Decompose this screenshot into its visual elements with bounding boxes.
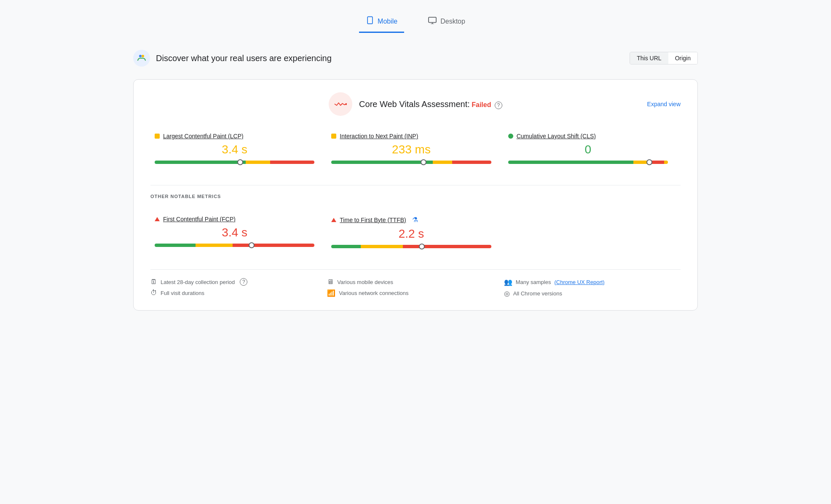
url-origin-toggle: This URL Origin bbox=[630, 52, 698, 64]
tab-mobile[interactable]: Mobile bbox=[359, 13, 404, 33]
fcp-value: 3.4 s bbox=[155, 226, 314, 239]
cls-bar bbox=[508, 161, 668, 164]
footer-collection-period: 🗓 Latest 28-day collection period ? bbox=[150, 278, 327, 286]
metric-fcp: First Contentful Paint (FCP) 3.4 s bbox=[150, 207, 327, 257]
ttfb-bar bbox=[331, 245, 491, 248]
mobile-icon bbox=[366, 16, 374, 27]
lcp-progress-bar bbox=[155, 161, 314, 164]
metric-lcp: Largest Contentful Paint (LCP) 3.4 s bbox=[150, 124, 327, 172]
timer-icon: ⏱ bbox=[150, 289, 157, 297]
desktop-icon bbox=[428, 16, 437, 26]
ttfb-bar-orange bbox=[361, 245, 403, 248]
fcp-name[interactable]: First Contentful Paint (FCP) bbox=[163, 216, 236, 223]
fcp-bar bbox=[155, 244, 314, 247]
tab-mobile-label: Mobile bbox=[378, 18, 397, 25]
footer-collection-text: Latest 28-day collection period bbox=[161, 279, 235, 285]
metric-inp: Interaction to Next Paint (INP) 233 ms bbox=[327, 124, 504, 172]
origin-button[interactable]: Origin bbox=[668, 52, 697, 64]
footer-full-visit-text: Full visit durations bbox=[161, 290, 204, 296]
lcp-value: 3.4 s bbox=[155, 143, 314, 156]
ttfb-indicator bbox=[421, 244, 422, 249]
section-divider bbox=[150, 185, 681, 185]
this-url-button[interactable]: This URL bbox=[630, 52, 668, 64]
metric-inp-label: Interaction to Next Paint (INP) bbox=[331, 133, 491, 139]
assessment-status: Failed bbox=[472, 101, 491, 108]
inp-bar-green bbox=[331, 161, 433, 164]
collection-help-icon[interactable]: ? bbox=[240, 278, 247, 286]
fcp-triangle-icon bbox=[155, 217, 160, 221]
tab-desktop-label: Desktop bbox=[440, 18, 465, 25]
samples-icon: 👥 bbox=[504, 278, 512, 286]
footer-chrome-text: All Chrome versions bbox=[513, 290, 562, 297]
cls-name[interactable]: Cumulative Layout Shift (CLS) bbox=[517, 133, 596, 139]
ttfb-bar-green bbox=[331, 245, 361, 248]
lcp-bar-green bbox=[155, 161, 246, 164]
fcp-indicator bbox=[251, 242, 252, 248]
footer-mobile-text: Various mobile devices bbox=[337, 279, 393, 285]
footer-mobile-devices: 🖥 Various mobile devices bbox=[327, 278, 504, 286]
cls-progress-bar bbox=[508, 161, 668, 164]
inp-value: 233 ms bbox=[331, 143, 491, 156]
footer-samples-text: Many samples bbox=[516, 279, 551, 285]
calendar-icon: 🗓 bbox=[150, 278, 157, 286]
lcp-bar bbox=[155, 161, 314, 164]
chrome-icon: ◎ bbox=[504, 290, 510, 298]
lcp-indicator bbox=[239, 159, 240, 165]
footer-chrome-versions: ◎ All Chrome versions bbox=[504, 290, 681, 298]
ttfb-bar-red bbox=[403, 245, 491, 248]
network-icon: 📶 bbox=[327, 289, 335, 297]
metric-ttfb: Time to First Byte (TTFB) ⚗ 2.2 s bbox=[327, 207, 504, 257]
svg-rect-0 bbox=[367, 17, 373, 24]
main-card: Core Web Vitals Assessment: Failed ? Exp… bbox=[133, 79, 698, 311]
lcp-status-dot bbox=[155, 134, 160, 139]
lcp-bar-red bbox=[270, 161, 315, 164]
ttfb-progress-bar bbox=[331, 245, 491, 248]
footer-samples: 👥 Many samples (Chrome UX Report) bbox=[504, 278, 681, 286]
cls-bar-tail bbox=[664, 161, 668, 164]
assessment-title-container: Core Web Vitals Assessment: Failed ? bbox=[359, 99, 502, 109]
inp-status-dot bbox=[331, 134, 336, 139]
header-section: Discover what your real users are experi… bbox=[133, 46, 698, 71]
lcp-bar-orange bbox=[246, 161, 270, 164]
ttfb-flask-icon: ⚗ bbox=[412, 216, 418, 224]
footer-col1: 🗓 Latest 28-day collection period ? ⏱ Fu… bbox=[150, 278, 327, 298]
footer-col3: 👥 Many samples (Chrome UX Report) ◎ All … bbox=[504, 278, 681, 298]
tabs-container: Mobile Desktop bbox=[133, 8, 698, 33]
footer-network-text: Various network connections bbox=[339, 290, 408, 296]
metric-lcp-label: Largest Contentful Paint (LCP) bbox=[155, 133, 314, 139]
header-avatar bbox=[133, 50, 150, 67]
svg-point-6 bbox=[142, 55, 144, 57]
ttfb-name[interactable]: Time to First Byte (TTFB) bbox=[340, 217, 406, 223]
fcp-progress-bar bbox=[155, 244, 314, 247]
core-metrics-grid: Largest Contentful Paint (LCP) 3.4 s Int… bbox=[150, 124, 681, 172]
expand-view-button[interactable]: Expand view bbox=[647, 101, 681, 107]
other-metrics-label: OTHER NOTABLE METRICS bbox=[150, 194, 681, 199]
inp-bar-orange bbox=[433, 161, 452, 164]
assessment-help-icon[interactable]: ? bbox=[495, 102, 502, 109]
chrome-ux-link[interactable]: (Chrome UX Report) bbox=[554, 279, 604, 285]
metric-ttfb-label: Time to First Byte (TTFB) ⚗ bbox=[331, 216, 491, 224]
fcp-bar-orange bbox=[196, 244, 233, 247]
metric-empty bbox=[504, 207, 681, 257]
metric-cls-label: Cumulative Layout Shift (CLS) bbox=[508, 133, 668, 139]
ttfb-triangle-icon bbox=[331, 218, 336, 222]
svg-point-7 bbox=[345, 103, 347, 105]
svg-rect-2 bbox=[429, 17, 436, 23]
tab-desktop[interactable]: Desktop bbox=[421, 13, 472, 32]
assessment-header: Core Web Vitals Assessment: Failed ? Exp… bbox=[150, 92, 681, 116]
cls-indicator bbox=[649, 159, 649, 165]
svg-point-5 bbox=[139, 55, 142, 57]
footer-full-visit: ⏱ Full visit durations bbox=[150, 289, 327, 297]
cls-status-dot bbox=[508, 134, 513, 139]
footer-network: 📶 Various network connections bbox=[327, 289, 504, 297]
ttfb-value: 2.2 s bbox=[331, 227, 491, 241]
cls-value: 0 bbox=[508, 143, 668, 156]
card-footer: 🗓 Latest 28-day collection period ? ⏱ Fu… bbox=[150, 269, 681, 298]
lcp-name[interactable]: Largest Contentful Paint (LCP) bbox=[163, 133, 244, 139]
inp-bar bbox=[331, 161, 491, 164]
cls-bar-green bbox=[508, 161, 633, 164]
assessment-title: Core Web Vitals Assessment: bbox=[359, 99, 470, 109]
fcp-bar-red bbox=[233, 244, 315, 247]
inp-name[interactable]: Interaction to Next Paint (INP) bbox=[340, 133, 418, 139]
metric-fcp-label: First Contentful Paint (FCP) bbox=[155, 216, 314, 223]
